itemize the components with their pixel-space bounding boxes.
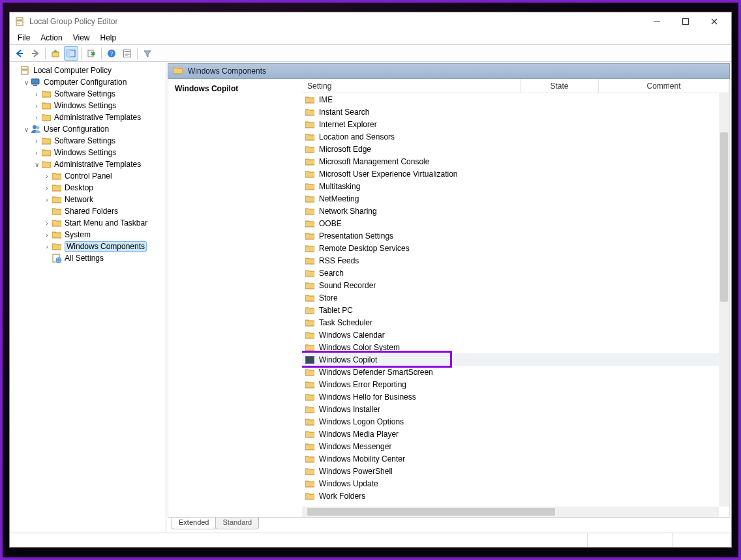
- tree-item[interactable]: ›System: [11, 229, 164, 241]
- toolbar-properties-button[interactable]: [120, 46, 134, 61]
- tree-expand-icon[interactable]: ›: [42, 184, 52, 192]
- tab-extended[interactable]: Extended: [172, 518, 216, 529]
- tree-expand-icon[interactable]: ›: [32, 91, 41, 98]
- list-item[interactable]: Remote Desktop Services: [302, 242, 729, 254]
- list-item[interactable]: Windows Media Player: [302, 428, 729, 440]
- tree-item[interactable]: ›Administrative Templates: [11, 111, 164, 123]
- tree-item[interactable]: ›Windows Settings: [11, 100, 164, 111]
- tree-item-label: Windows Components: [65, 241, 147, 252]
- tree-user-config[interactable]: ∨User Configuration: [11, 123, 164, 135]
- folder-icon: [52, 218, 62, 228]
- list-item[interactable]: Microsoft Management Console: [302, 155, 729, 168]
- list-item[interactable]: Windows PowerShell: [302, 465, 729, 477]
- tree-item[interactable]: ›Control Panel: [11, 170, 164, 182]
- toolbar-help-button[interactable]: ?: [104, 46, 119, 61]
- tab-standard[interactable]: Standard: [215, 518, 259, 529]
- horizontal-scrollbar[interactable]: [302, 507, 719, 517]
- list-item[interactable]: Multitasking: [302, 180, 729, 192]
- tree-windows-components[interactable]: ›Windows Components: [11, 241, 164, 252]
- list-item[interactable]: Search: [302, 267, 729, 279]
- tree-expand-icon[interactable]: ∨: [22, 79, 31, 86]
- col-setting[interactable]: Setting: [302, 79, 521, 93]
- list-item-label: Windows Error Reporting: [319, 380, 406, 389]
- menu-view[interactable]: View: [68, 32, 95, 44]
- list-item[interactable]: Task Scheduler: [302, 316, 729, 329]
- list-item[interactable]: Sound Recorder: [302, 279, 729, 291]
- list-item[interactable]: Windows Installer: [302, 403, 729, 415]
- tree-admin-templates[interactable]: ∨Administrative Templates: [11, 158, 164, 170]
- list-item[interactable]: Tablet PC: [302, 304, 729, 316]
- list-item-label: OOBE: [319, 219, 342, 228]
- tree-item[interactable]: ›Start Menu and Taskbar: [11, 217, 164, 229]
- tree-expand-icon[interactable]: ∨: [22, 126, 31, 133]
- list-body[interactable]: IMEInstant SearchInternet ExplorerLocati…: [302, 93, 729, 517]
- list-item-label: Windows Copilot: [319, 355, 377, 364]
- tree-expand-icon[interactable]: ›: [42, 220, 52, 227]
- list-item[interactable]: OOBE: [302, 217, 729, 229]
- titlebar[interactable]: Local Group Policy Editor: [10, 12, 731, 31]
- tree-expand-icon[interactable]: ∨: [32, 161, 41, 168]
- tree-expand-icon[interactable]: ›: [42, 173, 52, 180]
- menu-help[interactable]: Help: [95, 32, 122, 44]
- menu-action[interactable]: Action: [35, 32, 67, 44]
- list-header[interactable]: Setting State Comment: [302, 79, 729, 93]
- maximize-button[interactable]: [671, 12, 700, 31]
- tree-expand-icon[interactable]: ›: [32, 102, 41, 110]
- list-item[interactable]: Network Sharing: [302, 205, 729, 217]
- list-item[interactable]: Windows Logon Options: [302, 415, 729, 428]
- tree-root[interactable]: Local Computer Policy: [11, 65, 164, 76]
- folder-icon: [41, 136, 52, 146]
- tree-expand-icon[interactable]: ›: [32, 138, 41, 145]
- tree-item[interactable]: ›Desktop: [11, 182, 164, 194]
- list-item[interactable]: Internet Explorer: [302, 118, 729, 130]
- toolbar-export-button[interactable]: [84, 46, 98, 61]
- tree-expand-icon[interactable]: ›: [42, 243, 52, 250]
- tree-expand-icon[interactable]: ›: [32, 149, 41, 156]
- scrollbar-thumb[interactable]: [720, 132, 728, 302]
- toolbar-up-button[interactable]: [48, 46, 63, 61]
- vertical-scrollbar[interactable]: [719, 93, 729, 507]
- menu-file[interactable]: File: [12, 32, 35, 44]
- list-item[interactable]: Windows Hello for Business: [302, 391, 729, 403]
- list-item[interactable]: Windows Mobility Center: [302, 452, 729, 465]
- tree-expand-icon[interactable]: ›: [42, 231, 52, 239]
- tree-pane[interactable]: Local Computer Policy∨Computer Configura…: [10, 62, 166, 533]
- close-button[interactable]: [700, 12, 729, 31]
- tree-item[interactable]: ›Software Settings: [11, 88, 164, 100]
- list-item[interactable]: Location and Sensors: [302, 130, 729, 143]
- toolbar-show-hide-tree-button[interactable]: [64, 46, 78, 61]
- col-state[interactable]: State: [521, 79, 599, 93]
- tree-item[interactable]: ›Software Settings: [11, 135, 164, 147]
- toolbar-back-button[interactable]: [12, 46, 27, 61]
- toolbar-forward-button[interactable]: [28, 46, 42, 61]
- list-item[interactable]: Windows Calendar: [302, 329, 729, 341]
- list-item[interactable]: Windows Defender SmartScreen: [302, 366, 729, 378]
- minimize-button[interactable]: [643, 12, 671, 31]
- list-item[interactable]: Microsoft User Experience Virtualization: [302, 168, 729, 180]
- list-item[interactable]: Windows Color System: [302, 341, 729, 353]
- tree-expand-icon[interactable]: ›: [42, 196, 52, 203]
- tree-expand-icon[interactable]: ›: [32, 114, 41, 121]
- tree-item[interactable]: ›Windows Settings: [11, 147, 164, 158]
- list-item[interactable]: Microsoft Edge: [302, 143, 729, 155]
- tree-item[interactable]: ›Network: [11, 194, 164, 205]
- list-item[interactable]: IME: [302, 93, 729, 106]
- tree-item[interactable]: Shared Folders: [11, 205, 164, 217]
- list-item[interactable]: Store: [302, 291, 729, 304]
- list-item[interactable]: Windows Messenger: [302, 440, 729, 452]
- list-item[interactable]: Windows Error Reporting: [302, 378, 729, 391]
- list-item[interactable]: NetMeeting: [302, 192, 729, 205]
- list-item[interactable]: Windows Copilot: [302, 353, 729, 366]
- list-item[interactable]: Instant Search: [302, 106, 729, 118]
- list-item[interactable]: RSS Feeds: [302, 254, 729, 267]
- list-item-label: Windows PowerShell: [319, 467, 393, 476]
- list-item[interactable]: Windows Update: [302, 477, 729, 490]
- list-item[interactable]: Presentation Settings: [302, 229, 729, 242]
- tree-computer-config[interactable]: ∨Computer Configuration: [11, 76, 164, 88]
- scrollbar-thumb[interactable]: [307, 508, 555, 516]
- list-item[interactable]: Work Folders: [302, 490, 729, 502]
- col-comment[interactable]: Comment: [599, 79, 729, 93]
- tree-item[interactable]: All Settings: [11, 252, 164, 264]
- toolbar-filter-button[interactable]: [140, 46, 155, 61]
- list-item-label: Multitasking: [319, 182, 360, 191]
